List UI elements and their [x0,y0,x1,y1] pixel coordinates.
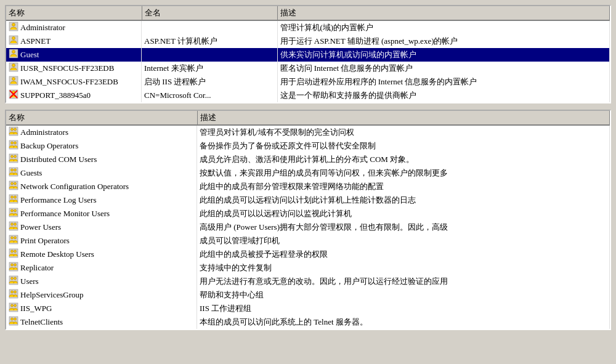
group-row[interactable]: Replicator支持域中的文件复制 [6,261,610,275]
user-desc-cell: 匿名访问 Internet 信息服务的内置帐户 [277,62,610,75]
svg-point-28 [14,182,17,185]
svg-point-36 [11,223,14,225]
user-disabled-icon [9,89,18,102]
group-row[interactable]: Performance Monitor Users此组的成员可以以远程访问以监视… [6,207,610,220]
col-fullname-header: 全名 [142,6,277,20]
group-icon [9,180,18,193]
section-separator [0,103,616,110]
svg-point-39 [11,237,14,239]
group-name-text: Users [20,277,39,286]
group-name-text: Power Users [20,222,61,232]
svg-point-7 [12,64,15,67]
svg-point-25 [14,169,17,171]
group-row[interactable]: Remote Desktop Users此组中的成员被授予远程登录的权限 [6,248,610,261]
user-fullname-cell: 启动 IIS 进程帐户 [142,75,277,89]
group-row[interactable]: Performance Log Users此组的成员可以远程访问以计划此计算机上… [6,193,610,207]
group-row[interactable]: Backup Operators备份操作员为了备份或还原文件可以替代安全限制 [6,139,610,153]
group-name-text: Distributed COM Users [20,155,97,164]
group-row[interactable]: Power Users高级用户 (Power Users)拥有大部分管理权限，但… [6,220,610,234]
group-row[interactable]: HelpServicesGroup帮助和支持中心组 [6,288,610,302]
svg-point-27 [11,182,14,185]
group-row[interactable]: Users用户无法进行有意或无意的改动。因此，用户可以运行经过验证的应用 [6,275,610,288]
user-icon [9,49,18,61]
group-icon [9,262,18,274]
svg-point-31 [14,196,17,198]
group-name-cell: Power Users [6,220,197,234]
svg-point-49 [14,277,17,280]
group-icon [9,275,18,288]
group-name-cell: TelnetClients [6,315,197,329]
svg-point-51 [11,291,14,293]
col-groupname-header: 名称 [6,111,197,125]
user-desc-cell: 用于启动进程外应用程序的 Internet 信息服务的内置帐户 [277,75,610,89]
group-name-cell: Replicator [6,261,197,275]
user-name-cell: SUPPORT_388945a0 [6,89,142,102]
user-name-cell: Administrator [6,21,142,34]
svg-point-58 [14,318,17,320]
group-icon [9,126,18,139]
group-name-cell: Users [6,275,197,288]
groups-table: 名称 描述 Administrators管理员对计算机/域有不受限制的完全访问权… [6,111,610,329]
group-name-text: Print Operators [20,236,70,246]
group-name-text: Guests [20,168,42,178]
user-desc-cell: 管理计算机(域)的内置帐户 [277,20,610,34]
group-icon [9,248,18,261]
group-icon [9,194,18,206]
svg-point-21 [11,155,14,158]
group-row[interactable]: Network Configuration Operators此组中的成员有部分… [6,180,610,193]
user-icon [9,76,18,88]
user-name-text: ASPNET [20,36,51,46]
user-row[interactable]: Administrator管理计算机(域)的内置帐户 [6,20,610,34]
group-name-cell: Administrators [6,126,197,139]
user-row[interactable]: Guest供来宾访问计算机或访问域的内置帐户 [6,48,610,62]
user-row[interactable]: IUSR_NSFOCUS-FF23EDBInternet 来宾帐户匿名访问 In… [6,62,610,75]
svg-point-3 [12,37,15,40]
group-desc-cell: 用户无法进行有意或无意的改动。因此，用户可以运行经过验证的应用 [197,275,610,288]
svg-point-40 [14,237,17,239]
user-name-cell: IWAM_NSFOCUS-FF23EDB [6,75,142,89]
user-name-text: SUPPORT_388945a0 [20,91,91,100]
user-desc-cell: 用于运行 ASP.NET 辅助进程 (aspnet_wp.exe)的帐户 [277,34,610,48]
svg-point-33 [11,209,14,212]
svg-point-52 [14,291,17,293]
group-icon [9,221,18,233]
group-desc-cell: 此组中的成员有部分管理权限来管理网络功能的配置 [197,180,610,193]
group-row[interactable]: Print Operators成员可以管理域打印机 [6,234,610,248]
group-row[interactable]: TelnetClients本组的成员可以访问此系统上的 Telnet 服务器。 [6,315,610,329]
users-table: 名称 全名 描述 Administrator管理计算机(域)的内置帐户 ASPN… [6,6,610,102]
group-row[interactable]: Guests按默认值，来宾跟用户组的成员有同等访问权，但来宾帐户的限制更多 [6,166,610,180]
svg-point-19 [14,142,17,144]
group-name-cell: Performance Log Users [6,193,197,207]
group-desc-cell: 支持域中的文件复制 [197,261,610,275]
svg-point-5 [12,51,15,54]
svg-point-30 [11,196,14,198]
svg-point-54 [11,304,14,307]
group-desc-cell: 此组的成员可以远程访问以计划此计算机上性能计数器的日志 [197,193,610,207]
group-name-text: Network Configuration Operators [20,182,129,192]
col-name-header: 名称 [6,6,142,20]
group-desc-cell: 此组的成员可以以远程访问以监视此计算机 [197,207,610,220]
user-desc-cell: 供来宾访问计算机或访问域的内置帐户 [277,48,610,62]
svg-point-46 [14,264,17,266]
group-desc-cell: 成员允许启动、激活和使用此计算机上的分布式 COM 对象。 [197,153,610,166]
svg-point-48 [11,277,14,280]
svg-point-15 [11,128,14,131]
svg-point-24 [11,169,14,171]
group-row[interactable]: Distributed COM Users成员允许启动、激活和使用此计算机上的分… [6,153,610,166]
user-icon [9,62,18,75]
group-icon [9,302,18,315]
user-row[interactable]: IWAM_NSFOCUS-FF23EDB启动 IIS 进程帐户用于启动进程外应用… [6,75,610,89]
user-row[interactable]: SUPPORT_388945a0CN=Microsoft Cor...这是一个帮… [6,89,610,102]
group-name-text: Backup Operators [20,141,78,151]
user-desc-cell: 这是一个帮助和支持服务的提供商帐户 [277,89,610,102]
group-name-text: Performance Log Users [20,195,96,205]
group-desc-cell: IIS 工作进程组 [197,302,610,315]
svg-point-55 [14,304,17,307]
group-icon [9,140,18,152]
group-row[interactable]: IIS_WPGIIS 工作进程组 [6,302,610,315]
user-row[interactable]: ASPNETASP.NET 计算机帐户用于运行 ASP.NET 辅助进程 (as… [6,34,610,48]
group-icon [9,235,18,247]
col-groupdesc-header: 描述 [197,111,610,125]
group-row[interactable]: Administrators管理员对计算机/域有不受限制的完全访问权 [6,125,610,139]
svg-point-34 [14,209,17,212]
